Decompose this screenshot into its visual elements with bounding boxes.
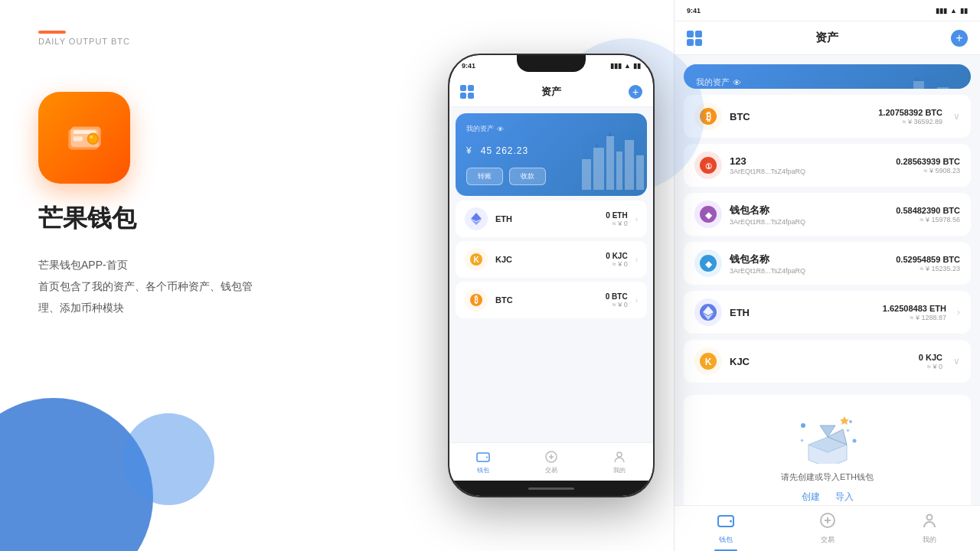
right-content: 我的资产 👁 ¥ 45 262.23 转账 收款 ₿ BTC 1.2075839… xyxy=(675,55,980,505)
kjc-icon: K xyxy=(465,248,488,271)
right-123-info: 123 3ArEQt1R8...TsZ4fpaRQ xyxy=(730,155,888,175)
phone-nav-trade-label: 交易 xyxy=(545,466,557,474)
eth-arrow: › xyxy=(635,215,638,223)
right-coin-wallet2[interactable]: ◆ 钱包名称 3ArEQt1R8...TsZ4fpaRQ 0.52954859 … xyxy=(684,242,971,285)
eth-name: ETH xyxy=(495,214,598,223)
right-nav-trade[interactable]: 交易 xyxy=(819,512,836,545)
phone-nav-mine-label: 我的 xyxy=(613,466,626,474)
right-coin-btc[interactable]: ₿ BTC 1.20758392 BTC ≈ ¥ 36592.89 ∨ xyxy=(684,95,971,138)
svg-point-52 xyxy=(926,515,932,520)
svg-rect-12 xyxy=(636,155,644,190)
right-nav-trade-label: 交易 xyxy=(821,535,835,545)
right-kjc-arrow: ∨ xyxy=(953,356,960,367)
right-wallet1-icon: ◆ xyxy=(694,201,722,228)
right-time: 9:41 xyxy=(687,7,701,15)
right-trade-icon xyxy=(819,512,836,533)
svg-rect-10 xyxy=(616,152,622,190)
accent-bar xyxy=(38,31,66,34)
kjc-name: KJC xyxy=(495,255,598,264)
right-add-icon[interactable]: + xyxy=(951,30,968,47)
right-eye-icon: 👁 xyxy=(733,78,741,87)
app-icon xyxy=(38,92,130,184)
svg-text:①: ① xyxy=(705,162,712,171)
right-coin-eth[interactable]: ETH 1.62508483 ETH ≈ ¥ 1288.87 › xyxy=(684,291,971,334)
svg-marker-15 xyxy=(471,213,482,221)
eth-icon xyxy=(465,207,488,230)
svg-rect-11 xyxy=(625,140,634,190)
phone-nav-mine[interactable]: 我的 xyxy=(612,449,627,474)
right-kjc-info: KJC xyxy=(730,356,911,367)
phone-nav-trade[interactable]: 交易 xyxy=(544,449,559,474)
phone-shell: 9:41 ▮▮▮ ▲ ▮▮ 资产 + xyxy=(448,54,655,497)
phone-coin-btc[interactable]: ₿ BTC 0 BTC ≈ ¥ 0 › xyxy=(456,282,647,318)
right-nav-title: 资产 xyxy=(815,31,838,45)
right-btc-balance: 1.20758392 BTC ≈ ¥ 36592.89 xyxy=(878,108,942,126)
right-bottom-nav: 钱包 交易 我的 xyxy=(675,505,980,551)
btc-icon: ₿ xyxy=(465,289,488,311)
right-nav-wallet-label: 钱包 xyxy=(719,535,733,545)
eth-prompt-illustration xyxy=(699,410,956,464)
right-eth-balance: 1.62508483 ETH ≈ ¥ 1288.87 xyxy=(883,304,946,321)
right-asset-card: 我的资产 👁 ¥ 45 262.23 转账 收款 xyxy=(684,64,971,89)
svg-rect-13 xyxy=(596,144,598,148)
subtitle-top: DAILY OUTPUT BTC xyxy=(38,37,390,46)
right-123-icon: ① xyxy=(694,152,722,179)
btc-arrow: › xyxy=(635,296,638,305)
kjc-balance: 0 KJC ≈ ¥ 0 xyxy=(606,252,627,268)
phone-nav-wallet[interactable]: 钱包 xyxy=(475,449,491,474)
home-indicator-bar xyxy=(528,487,574,490)
phone-transfer-btn[interactable]: 转账 xyxy=(466,168,503,185)
right-kjc-icon: K xyxy=(694,347,722,375)
right-status-icons: ▮▮▮ ▲ ▮▮ xyxy=(936,7,968,15)
svg-point-45 xyxy=(801,423,805,428)
phone-coin-kjc[interactable]: K KJC 0 KJC ≈ ¥ 0 › xyxy=(456,241,647,278)
eye-icon: 👁 xyxy=(497,126,504,133)
svg-rect-48 xyxy=(846,429,849,432)
right-coin-kjc[interactable]: K KJC 0 KJC ≈ ¥ 0 ∨ xyxy=(684,340,971,383)
svg-text:₿: ₿ xyxy=(474,295,479,305)
right-status-bar: 9:41 ▮▮▮ ▲ ▮▮ xyxy=(675,0,980,21)
svg-text:◆: ◆ xyxy=(705,259,713,269)
right-coin-123[interactable]: ① 123 3ArEQt1R8...TsZ4fpaRQ 0.28563939 B… xyxy=(684,144,971,187)
phone-nav-grid-icon[interactable] xyxy=(460,85,474,99)
eth-prompt-text: 请先创建或导入ETH钱包 xyxy=(699,471,956,483)
phone-nav-wallet-label: 钱包 xyxy=(477,466,489,474)
eth-prompt-links: 创建 导入 xyxy=(699,491,956,504)
right-nav-grid-icon[interactable] xyxy=(687,31,702,46)
btc-balance: 0 BTC ≈ ¥ 0 xyxy=(606,292,628,308)
right-nav-mine-label: 我的 xyxy=(923,535,936,545)
app-description: 芒果钱包APP-首页 首页包含了我的资产、各个币种资产、钱包管 理、添加币种模块 xyxy=(38,254,390,318)
svg-text:◆: ◆ xyxy=(705,210,713,220)
svg-rect-3 xyxy=(73,136,83,141)
svg-text:₿: ₿ xyxy=(706,110,711,122)
eth-wallet-prompt: 请先创建或导入ETH钱包 创建 导入 xyxy=(684,395,971,505)
right-nav-mine[interactable]: 我的 xyxy=(921,512,938,545)
trade-nav-icon xyxy=(544,449,559,465)
phone-coin-eth[interactable]: ETH 0 ETH ≈ ¥ 0 › xyxy=(456,201,647,237)
right-kjc-balance: 0 KJC ≈ ¥ 0 xyxy=(919,353,942,370)
phone-nav-title: 资产 xyxy=(541,85,561,99)
phone-receive-btn[interactable]: 收款 xyxy=(509,168,546,185)
right-wallet2-info: 钱包名称 3ArEQt1R8...TsZ4fpaRQ xyxy=(730,253,888,275)
svg-point-46 xyxy=(849,420,852,423)
svg-point-6 xyxy=(90,135,93,138)
eth-create-btn[interactable]: 创建 xyxy=(802,491,820,504)
eth-import-btn[interactable]: 导入 xyxy=(835,491,854,504)
right-coin-wallet1[interactable]: ◆ 钱包名称 3ArEQt1R8...TsZ4fpaRQ 0.58482390 … xyxy=(684,193,971,236)
svg-point-5 xyxy=(89,134,97,142)
phone-nav-bar: 资产 + xyxy=(449,77,653,107)
phone-home-indicator xyxy=(449,481,653,496)
mine-nav-icon xyxy=(612,449,627,465)
right-wallet2-balance: 0.52954859 BTC ≈ ¥ 15235.23 xyxy=(896,255,960,272)
left-panel: DAILY OUTPUT BTC 芒果钱包 芒果钱包APP-首页 首页包含了我的… xyxy=(0,0,429,551)
phone-mockup-container: 9:41 ▮▮▮ ▲ ▮▮ 资产 + xyxy=(429,0,674,551)
right-wallet1-balance: 0.58482390 BTC ≈ ¥ 15978.56 xyxy=(896,206,960,223)
right-nav-wallet[interactable]: 钱包 xyxy=(717,512,734,545)
right-wallet2-icon: ◆ xyxy=(694,249,722,277)
svg-rect-8 xyxy=(593,148,604,190)
phone-screen: 9:41 ▮▮▮ ▲ ▮▮ 资产 + xyxy=(449,55,653,496)
svg-rect-9 xyxy=(606,136,614,190)
right-btc-arrow: ∨ xyxy=(953,111,960,122)
phone-add-icon[interactable]: + xyxy=(629,85,642,99)
svg-point-23 xyxy=(617,452,622,457)
